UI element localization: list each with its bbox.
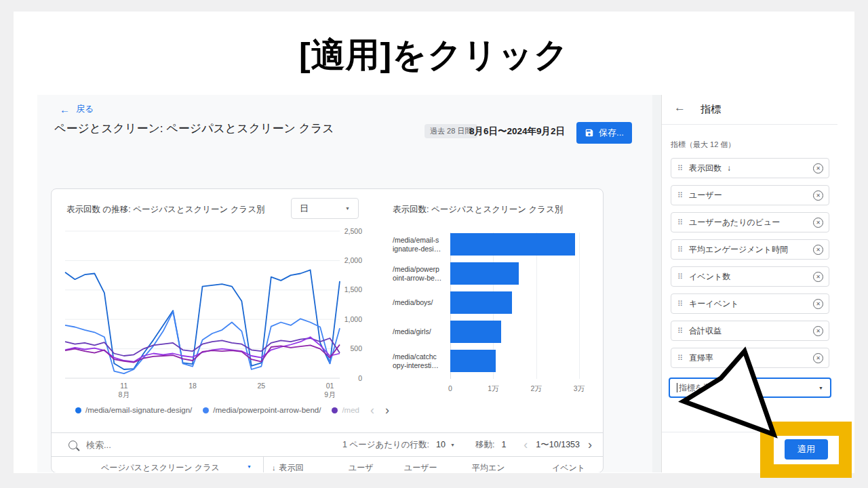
metric-item[interactable]: ⠿ユーザーあたりのビュー✕ bbox=[671, 212, 829, 232]
dimension-header[interactable]: ページパスとスクリーン クラス bbox=[101, 462, 220, 472]
legend-item: /med bbox=[332, 406, 359, 414]
chart-legend: /media/email-signature-design//media/pow… bbox=[75, 406, 366, 414]
remove-metric-icon[interactable]: ✕ bbox=[813, 245, 823, 255]
back-link[interactable]: ← 戻る bbox=[60, 103, 94, 115]
metric-item[interactable]: ⠿表示回数↓✕ bbox=[671, 158, 829, 178]
legend-nav: ‹ › bbox=[370, 406, 389, 414]
remove-metric-icon[interactable]: ✕ bbox=[813, 299, 823, 309]
metric-item-label: ユーザー bbox=[689, 190, 722, 201]
metric-item[interactable]: ⠿ユーザー✕ bbox=[671, 185, 829, 205]
pagination-range: 1〜10/1353 bbox=[536, 439, 580, 451]
metric-limit-label: 指標（最大 12 個） bbox=[671, 140, 735, 150]
legend-prev-icon[interactable]: ‹ bbox=[370, 406, 374, 414]
drag-handle-icon[interactable]: ⠿ bbox=[677, 191, 683, 200]
sort-desc-icon: ↓ bbox=[272, 464, 276, 472]
remove-metric-icon[interactable]: ✕ bbox=[813, 353, 823, 363]
metric-column-header[interactable]: イベント bbox=[552, 462, 585, 472]
svg-text:2,500: 2,500 bbox=[344, 228, 362, 235]
bar-label: /media/email-signature-desi… bbox=[393, 236, 448, 253]
save-label: 保存... bbox=[599, 127, 624, 139]
bar-axis-tick: 0 bbox=[437, 384, 464, 392]
drag-handle-icon[interactable]: ⠿ bbox=[677, 245, 683, 254]
save-button[interactable]: 保存... bbox=[576, 122, 632, 144]
page-next-icon[interactable]: › bbox=[588, 441, 592, 449]
svg-text:2,000: 2,000 bbox=[344, 256, 362, 264]
sidebar-header: ← 指標 bbox=[662, 95, 837, 125]
bar-axis-tick: 2万 bbox=[523, 384, 550, 394]
svg-text:1,500: 1,500 bbox=[344, 285, 362, 293]
goto-value[interactable]: 1 bbox=[501, 440, 506, 449]
bar bbox=[450, 291, 512, 314]
metric-item[interactable]: ⠿合計収益✕ bbox=[671, 321, 829, 341]
svg-text:25: 25 bbox=[257, 382, 265, 390]
interval-dropdown[interactable]: 日 ▼ bbox=[291, 198, 359, 219]
drag-handle-icon[interactable]: ⠿ bbox=[677, 164, 683, 173]
drag-handle-icon[interactable]: ⠿ bbox=[677, 327, 683, 336]
column-divider bbox=[263, 457, 264, 472]
legend-dot-icon bbox=[75, 407, 81, 413]
bar-chart-title: 表示回数: ページパスとスクリーン クラス別 bbox=[393, 204, 563, 216]
line-chart-title: 表示回数 の推移: ページパスとスクリーン クラス別 bbox=[66, 204, 265, 216]
drag-handle-icon[interactable]: ⠿ bbox=[677, 272, 683, 281]
save-icon bbox=[585, 128, 594, 138]
search-input[interactable] bbox=[85, 439, 182, 451]
charts-card: 表示回数 の推移: ページパスとスクリーン クラス別 日 ▼ 05001,000… bbox=[51, 188, 604, 472]
metric-item-label: 表示回数 bbox=[689, 163, 722, 174]
legend-item: /media/powerpoint-arrow-bend/ bbox=[203, 406, 321, 414]
svg-text:11: 11 bbox=[120, 382, 127, 390]
pointer-arrow-icon bbox=[675, 342, 783, 441]
metric-item-label: イベント数 bbox=[689, 271, 730, 283]
bar bbox=[450, 262, 519, 285]
goto-label: 移動: bbox=[475, 439, 494, 451]
legend-label: /med bbox=[342, 406, 359, 414]
metric-column-header[interactable]: 平均エン bbox=[472, 462, 505, 472]
legend-dot-icon bbox=[332, 407, 338, 413]
metric-item[interactable]: ⠿平均エンゲージメント時間✕ bbox=[671, 239, 829, 260]
legend-next-icon[interactable]: › bbox=[385, 406, 389, 414]
remove-metric-icon[interactable]: ✕ bbox=[813, 272, 823, 282]
interval-value: 日 bbox=[300, 203, 309, 215]
rows-per-page-label: 1 ページあたりの行数: bbox=[342, 439, 429, 451]
chevron-down-icon: ▼ bbox=[818, 386, 823, 390]
svg-text:500: 500 bbox=[350, 344, 362, 352]
page-prev-icon[interactable]: ‹ bbox=[524, 441, 528, 449]
metric-column-header[interactable]: ユーザ bbox=[349, 462, 374, 472]
dimension-caret-icon[interactable]: ▼ bbox=[247, 464, 252, 469]
bar-axis-tick: 3万 bbox=[566, 384, 593, 394]
legend-label: /media/powerpoint-arrow-bend/ bbox=[213, 406, 321, 414]
svg-text:18: 18 bbox=[189, 382, 197, 390]
bar bbox=[450, 350, 496, 372]
tutorial-title: [適用]をクリック bbox=[0, 33, 868, 78]
sidebar-title: 指標 bbox=[701, 103, 721, 116]
svg-text:8月: 8月 bbox=[119, 390, 130, 399]
metric-item[interactable]: ⠿キーイベント✕ bbox=[671, 293, 829, 314]
metric-column-header[interactable]: ↓表示回 bbox=[272, 462, 304, 472]
report-panel: ← 戻る ページとスクリーン: ページパスとスクリーン クラス 過去 28 日間… bbox=[37, 95, 652, 472]
metric-column-label: ユーザ bbox=[349, 463, 374, 472]
legend-dot-icon bbox=[203, 407, 209, 413]
date-range-value[interactable]: 8月6日〜2024年9月2日 bbox=[469, 125, 565, 138]
rows-per-page-value[interactable]: 10 bbox=[436, 440, 446, 449]
svg-text:01: 01 bbox=[326, 382, 334, 390]
back-arrow-icon: ← bbox=[60, 104, 70, 115]
back-label: 戻る bbox=[76, 103, 94, 115]
page-title: ページとスクリーン: ページパスとスクリーン クラス bbox=[54, 121, 334, 136]
remove-metric-icon[interactable]: ✕ bbox=[813, 326, 823, 336]
metric-column-label: 表示回 bbox=[279, 463, 304, 472]
metric-column-label: イベント bbox=[552, 463, 585, 472]
chevron-down-icon[interactable]: ▼ bbox=[450, 443, 455, 447]
drag-handle-icon[interactable]: ⠿ bbox=[677, 218, 683, 227]
legend-item: /media/email-signature-design/ bbox=[75, 406, 192, 414]
chevron-down-icon: ▼ bbox=[345, 206, 350, 211]
remove-metric-icon[interactable]: ✕ bbox=[813, 190, 823, 201]
search-icon bbox=[68, 441, 77, 449]
sidebar-back-icon[interactable]: ← bbox=[674, 101, 686, 115]
legend-label: /media/email-signature-design/ bbox=[85, 406, 192, 414]
remove-metric-icon[interactable]: ✕ bbox=[813, 163, 823, 174]
metric-column-header[interactable]: ユーザー bbox=[404, 462, 437, 472]
bar-chart: 01万2万3万/media/email-signature-desi…/medi… bbox=[393, 223, 596, 401]
metric-item-label: 合計収益 bbox=[689, 325, 722, 337]
remove-metric-icon[interactable]: ✕ bbox=[813, 218, 823, 228]
drag-handle-icon[interactable]: ⠿ bbox=[677, 300, 683, 308]
metric-item[interactable]: ⠿イベント数✕ bbox=[671, 266, 829, 287]
